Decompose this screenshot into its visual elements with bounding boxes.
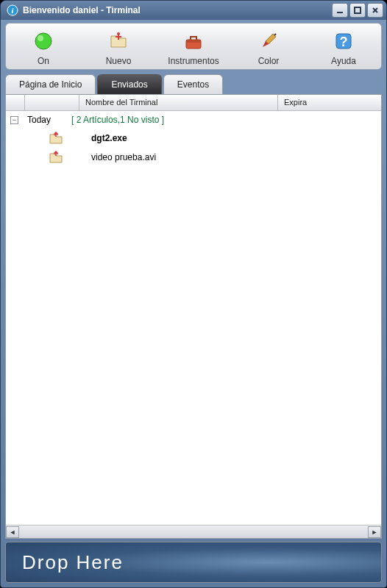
close-button[interactable] [367,3,383,18]
col-expires[interactable]: Expira [278,95,381,110]
window-title: Bienvenido daniel - Tirminal [23,5,332,15]
drop-zone[interactable]: Drop Here [5,542,382,583]
toolbar-instruments[interactable]: Instrumentos [160,29,227,66]
scroll-left-button[interactable]: ◄ [6,526,19,538]
toolbar-help[interactable]: ? Ayuda [310,29,377,66]
col-name[interactable]: Nombre del Tirminal [79,95,278,110]
file-list: − Today [ 2 Artículos,1 No visto ] dgt2.… [6,111,381,525]
svg-point-7 [117,32,120,35]
svg-marker-12 [54,132,58,134]
toolbar-help-label: Ayuda [331,56,356,66]
tab-home[interactable]: Página de Inicio [5,74,96,94]
window-buttons [332,3,383,18]
file-name: dgt2.exe [91,133,127,143]
new-folder-icon [107,29,130,53]
collapse-icon[interactable]: − [10,116,18,124]
svg-rect-9 [186,40,201,43]
svg-text:?: ? [340,35,348,49]
group-meta: [ 2 Artículos,1 No visto ] [71,115,164,125]
minimize-button[interactable] [332,3,348,18]
toolbar-color[interactable]: Color [235,29,302,66]
drop-label: Drop Here [22,551,124,574]
help-icon: ? [332,29,355,53]
app-window: i Bienvenido daniel - Tirminal On [0,0,387,588]
toolbar-instruments-label: Instrumentos [168,56,219,66]
toolbar-on-label: On [38,56,49,66]
toolbox-icon [182,29,205,53]
power-icon [32,29,55,53]
column-headers: Nombre del Tirminal Expira [6,95,381,111]
group-day: Today [27,115,71,125]
svg-marker-13 [54,151,58,153]
maximize-button[interactable] [349,3,366,18]
content-panel: Nombre del Tirminal Expira − Today [ 2 A… [5,94,382,539]
svg-point-6 [38,35,43,41]
col-expander[interactable] [6,95,25,110]
toolbar-color-label: Color [258,56,280,66]
toolbar-new[interactable]: Nuevo [85,29,152,66]
app-icon: i [7,4,18,16]
horizontal-scrollbar[interactable]: ◄ ► [6,525,381,538]
titlebar: i Bienvenido daniel - Tirminal [1,1,386,20]
upload-folder-icon [49,131,63,146]
scroll-track[interactable] [19,526,368,538]
tab-events[interactable]: Eventos [163,74,223,94]
group-row[interactable]: − Today [ 2 Artículos,1 No visto ] [6,111,381,129]
brush-icon [257,29,280,53]
tab-bar: Página de Inicio Enviados Eventos [5,74,382,94]
toolbar: On Nuevo Instrumentos Color ? Ayuda [5,23,382,70]
col-icon[interactable] [25,95,79,110]
list-item[interactable]: video prueba.avi [6,148,381,167]
upload-folder-icon [49,150,63,165]
toolbar-on[interactable]: On [10,29,77,66]
toolbar-new-label: Nuevo [106,56,132,66]
list-item[interactable]: dgt2.exe [6,129,381,148]
tab-sent[interactable]: Enviados [97,74,161,94]
svg-rect-2 [337,12,343,13]
svg-rect-3 [355,7,361,13]
scroll-right-button[interactable]: ► [368,526,381,538]
file-name: video prueba.avi [91,152,156,162]
